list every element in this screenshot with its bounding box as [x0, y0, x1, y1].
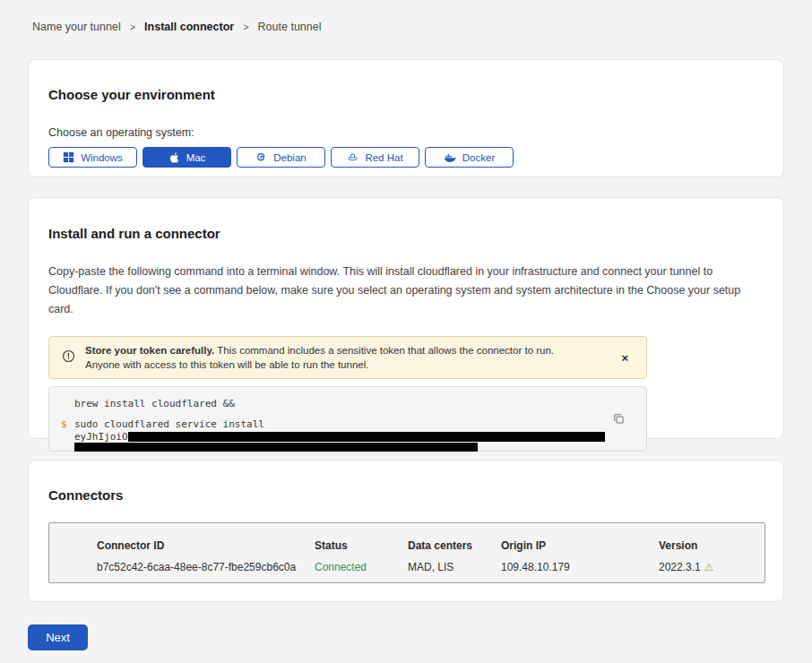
os-button-label: Windows [81, 152, 123, 163]
environment-card: Choose your environment Choose an operat… [28, 59, 784, 177]
header-version: Version [659, 539, 764, 552]
redacted-token-bar [74, 443, 478, 452]
os-button-label: Debian [273, 152, 306, 163]
os-button-docker[interactable]: Docker [425, 147, 514, 168]
cell-data-centers: MAD, LIS [408, 561, 501, 573]
next-button[interactable]: Next [28, 624, 88, 650]
copy-icon[interactable] [611, 411, 626, 429]
install-connector-card: Install and run a connector Copy-paste t… [28, 197, 784, 439]
connectors-card: Connectors Connector ID Status Data cent… [28, 460, 784, 602]
os-button-label: Docker [462, 152, 495, 163]
token-prefix: eyJhIjoiO [74, 431, 128, 443]
terminal-prompt: $ [61, 418, 74, 452]
tunnel-setup-page: Name your tunnel > Install connector > R… [0, 0, 812, 663]
table-row: b7c52c42-6caa-48ee-8c77-fbe259cb6c0a Con… [97, 552, 764, 573]
docker-logo-icon [444, 151, 456, 163]
header-origin-ip: Origin IP [501, 539, 659, 552]
token-warning-bold: Store your token carefully. [85, 345, 214, 356]
breadcrumb-install-connector[interactable]: Install connector [144, 21, 234, 33]
os-button-windows[interactable]: Windows [48, 147, 137, 168]
environment-card-title: Choose your environment [48, 87, 764, 102]
breadcrumb-separator: > [130, 22, 135, 32]
install-description: Copy-paste the following command into a … [48, 263, 762, 319]
status-badge: Connected [315, 561, 408, 573]
command-line-2: sudo cloudflared service install [74, 418, 646, 430]
warning-triangle-icon: ⚠ [704, 561, 714, 573]
breadcrumb: Name your tunnel > Install connector > R… [32, 21, 321, 33]
cell-connector-id: b7c52c42-6caa-48ee-8c77-fbe259cb6c0a [97, 561, 315, 573]
close-icon[interactable]: × [616, 349, 634, 367]
redhat-logo-icon [347, 151, 358, 163]
os-select-label: Choose an operating system: [48, 126, 764, 139]
header-connector-id: Connector ID [97, 539, 315, 552]
os-button-label: Mac [186, 152, 206, 163]
connectors-table-header-row: Connector ID Status Data centers Origin … [97, 539, 764, 552]
apple-logo-icon [168, 151, 180, 164]
command-line-1: brew install cloudflared && [61, 398, 646, 409]
info-icon [62, 349, 75, 366]
connectors-card-title: Connectors [48, 487, 764, 503]
install-command-block: brew install cloudflared && $ sudo cloud… [48, 386, 647, 452]
windows-logo-icon [63, 151, 74, 163]
token-warning-banner: Store your token carefully. This command… [48, 336, 647, 379]
token-warning-text: Store your token carefully. This command… [85, 343, 587, 372]
os-button-redhat[interactable]: Red Hat [331, 147, 419, 168]
cell-origin-ip: 109.48.10.179 [501, 561, 659, 573]
os-button-debian[interactable]: Debian [237, 147, 325, 168]
header-status: Status [315, 539, 408, 552]
install-card-title: Install and run a connector [48, 226, 764, 241]
header-data-centers: Data centers [408, 539, 501, 552]
os-button-group: Windows Mac Debian [48, 147, 764, 168]
os-button-mac[interactable]: Mac [143, 147, 231, 168]
os-button-label: Red Hat [365, 152, 402, 163]
connectors-table: Connector ID Status Data centers Origin … [48, 522, 765, 583]
redacted-token-bar [128, 432, 605, 442]
breadcrumb-route-tunnel[interactable]: Route tunnel [258, 21, 322, 33]
cell-version: 2022.3.1⚠ [659, 561, 764, 573]
debian-logo-icon [255, 151, 267, 163]
breadcrumb-separator: > [243, 22, 248, 32]
breadcrumb-name-your-tunnel[interactable]: Name your tunnel [32, 21, 121, 33]
version-value: 2022.3.1 [659, 561, 701, 573]
token-line: eyJhIjoiO [74, 431, 646, 443]
